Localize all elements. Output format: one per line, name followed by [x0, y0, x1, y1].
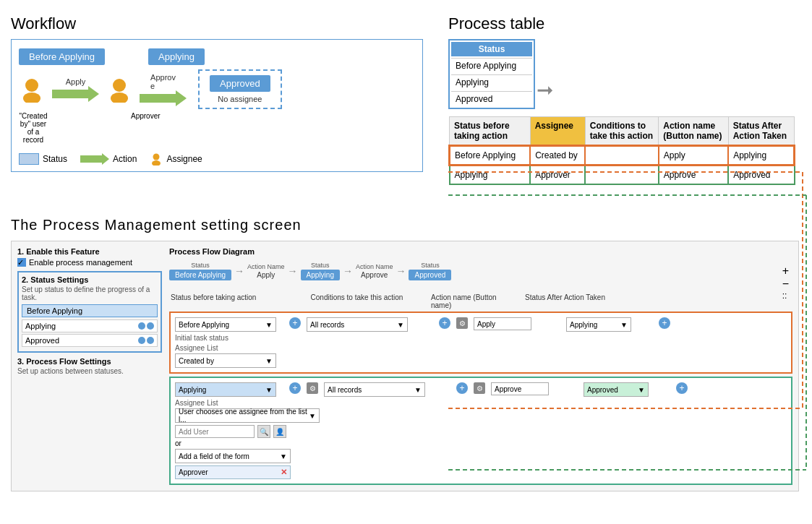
step1-label: 1. Enable this Feature: [17, 247, 162, 256]
svg-point-8: [152, 160, 161, 166]
remove-assignee-btn[interactable]: ✕: [281, 468, 287, 477]
pfd-title: Process Flow Diagram: [169, 247, 792, 256]
zoom-out-btn[interactable]: −: [782, 278, 789, 290]
pfd-label-action1: Action Name: [247, 263, 285, 270]
pfs-row2-conditions-add-btn[interactable]: +: [456, 382, 468, 394]
pfs-row-2: Applying ▼ + ⚙ All records ▼ +: [169, 377, 792, 485]
pfd-label-action2: Action Name: [356, 263, 393, 270]
status-row-applying: Applying: [22, 319, 158, 332]
pfd-diagram-row: Status Before Applying → Action Name App…: [169, 259, 792, 283]
step3-label: 3. Process Flow Settings: [17, 357, 162, 366]
apply-action: Apply: [52, 77, 99, 102]
header-conditions: Conditions to take this action: [585, 117, 658, 146]
pfs-row2-add-field-select[interactable]: Add a field of the form ▼: [175, 449, 291, 463]
approved-status-label: Approved: [25, 336, 59, 345]
pfd-status-before: Before Applying: [169, 270, 231, 280]
legend-status: Status: [19, 153, 67, 165]
pfs-row1-status-after-select[interactable]: Applying ▼: [566, 317, 631, 332]
pfs-row2-assignee-type-select[interactable]: User chooses one assignee from the list …: [175, 408, 320, 423]
pfs-row2-status-select[interactable]: Applying ▼: [175, 382, 276, 397]
flow-row1-assignee: Created by: [530, 146, 585, 166]
header-status-after: Status After Action Taken: [728, 117, 794, 146]
pfd-label-status3: Status: [421, 262, 440, 269]
pfs-row2-status-after-select[interactable]: Approved ▼: [584, 382, 649, 397]
workflow-box: Before Applying Applying Apply: [11, 39, 423, 172]
workflow-section: Workflow Before Applying Applying Apply: [11, 14, 423, 172]
pfs-row1-gear-btn[interactable]: ⚙: [456, 317, 468, 329]
approve-action: Approv e: [140, 73, 187, 106]
workflow-title: Workflow: [11, 14, 423, 33]
enable-checkbox-row[interactable]: ✓ Enable process management: [17, 258, 162, 267]
pfs-row2-col2: All records ▼: [324, 382, 450, 397]
step3-desc: Set up actions between statuses.: [17, 367, 162, 375]
status-applying: Applying: [451, 74, 532, 90]
flow-row2-status-after: Approved: [728, 166, 794, 185]
pfs-row2-gear-btn[interactable]: ⚙: [307, 382, 318, 394]
table-row: Before Applying: [451, 58, 532, 73]
pfs-row2-status-value: Applying: [179, 386, 206, 394]
table-row: Applying: [451, 74, 532, 90]
pfs-row2-fields: Applying ▼ + ⚙ All records ▼ +: [175, 382, 787, 397]
status-legend-box: [19, 153, 39, 165]
pfs-row2-assignee-type-value: User chooses one assignee from the list …: [179, 408, 309, 424]
applying-bullets: [138, 322, 154, 330]
pfd-node-approve: Action Name Approve: [356, 263, 393, 279]
enable-label: Enable process management: [29, 258, 132, 267]
pfs-row2-add-btn[interactable]: +: [289, 382, 301, 394]
process-flow-table: Status before taking action Assignee Con…: [448, 116, 795, 185]
pfs-row2-add-user-input[interactable]: [175, 425, 255, 438]
legend-action: Action: [80, 153, 137, 165]
pfd-controls[interactable]: + − ::: [782, 265, 789, 300]
pfs-row1-conditions-select[interactable]: All records ▼: [307, 317, 408, 332]
pfs-row1-status-select[interactable]: Before Applying ▼: [175, 317, 276, 332]
status-settings-box: 2. Status Settings Set up status to defi…: [17, 271, 162, 353]
pfd-arrow3: →: [343, 265, 353, 277]
pfd-node-apply: Action Name Apply: [247, 263, 285, 279]
pfs-row1-conditions-add-btn[interactable]: +: [439, 317, 450, 329]
pms-inner: 1. Enable this Feature ✓ Enable process …: [11, 241, 799, 491]
svg-point-1: [23, 93, 40, 103]
pfs-row2-conditions-select[interactable]: All records ▼: [324, 382, 425, 397]
pfs-row-1: Before Applying ▼ + All records ▼ +: [169, 312, 792, 374]
header-assignee: Assignee: [530, 117, 585, 146]
svg-point-7: [153, 154, 160, 160]
pfs-row2-add-user-row: 🔍 👤: [175, 425, 787, 438]
bullet-1: [138, 322, 145, 330]
pfs-row2-status-after-value: Approved: [587, 386, 618, 394]
pfs-row1-assignee-select[interactable]: Created by ▼: [175, 353, 276, 368]
person-add-icon-btn[interactable]: 👤: [273, 425, 286, 438]
svg-marker-6: [80, 153, 109, 165]
pfs-row2-status-after-btn[interactable]: +: [676, 382, 688, 394]
pms-title: The Process Management setting screen: [11, 217, 799, 233]
pfs-row2-action-input[interactable]: [491, 382, 549, 395]
pfs-row1-col2: All records ▼: [307, 317, 433, 332]
zoom-in-btn[interactable]: +: [782, 265, 789, 277]
pfd-label-status1: Status: [191, 262, 210, 269]
pfd-status-approved: Approved: [409, 270, 451, 280]
pfs-headers-row: Status before taking action Conditions t…: [169, 293, 792, 309]
flow-row2-assignee: Approver: [530, 166, 585, 185]
pfs-row1-status-after-btn[interactable]: +: [659, 317, 670, 329]
action-legend-label: Action: [113, 154, 137, 164]
workflow-legend: Status Action Assignee: [19, 153, 415, 166]
header-status-before: Status before taking action: [450, 117, 531, 146]
pfd-label-status2: Status: [311, 262, 330, 269]
pfs-col1-header: Status before taking action: [171, 293, 283, 309]
bullet-3: [138, 337, 145, 344]
enable-checkbox[interactable]: ✓: [17, 258, 26, 267]
pfs-row2-assignee-label: Assignee List: [175, 399, 787, 407]
flow-row2-status-before: Applying: [450, 166, 531, 185]
status-row-approved: Approved: [22, 334, 158, 347]
search-icon-btn[interactable]: 🔍: [257, 425, 270, 438]
status-legend-label: Status: [43, 154, 67, 164]
fit-btn[interactable]: ::: [782, 291, 789, 300]
pfs-row2-conditions-gear-btn[interactable]: ⚙: [474, 382, 485, 394]
pfs-row1-status-value: Before Applying: [179, 321, 229, 329]
pfd-node-approved: Status Approved: [409, 262, 451, 280]
pfs-row1-add-btn[interactable]: +: [289, 317, 301, 329]
pfd-arrow1: →: [234, 265, 244, 277]
pfs-col4-header: Status After Action Taken: [525, 293, 612, 309]
pfs-row1-assignee-label: Assignee List: [175, 344, 787, 352]
process-table-title: Process table: [448, 14, 803, 33]
pfs-row1-action-input[interactable]: [474, 317, 531, 330]
